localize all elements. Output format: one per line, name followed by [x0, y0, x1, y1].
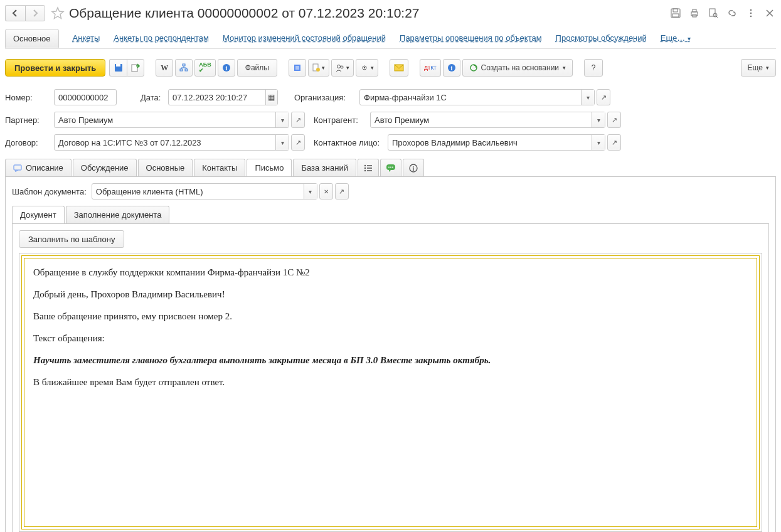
contact-open-button[interactable] [607, 134, 621, 151]
chevron-down-icon[interactable] [275, 135, 289, 150]
gear-dropdown[interactable]: ▾ [356, 59, 378, 77]
template-open-button[interactable] [335, 183, 349, 200]
number-field[interactable] [54, 89, 117, 105]
tab-main[interactable]: Основные [138, 159, 193, 176]
create-based-dropdown[interactable]: Создать на основании ▾ [462, 59, 573, 77]
tab-description-label: Описание [26, 163, 63, 173]
partner-field[interactable] [54, 112, 289, 128]
toolbar-more-dropdown[interactable]: Еще▾ [741, 59, 776, 77]
svg-point-33 [341, 66, 343, 68]
nav-tab-main[interactable]: Основное [5, 29, 59, 48]
tab-info-icon[interactable]: i [403, 159, 424, 176]
svg-rect-4 [693, 9, 696, 12]
svg-line-8 [716, 16, 718, 18]
comment-icon [13, 164, 22, 172]
svg-point-50 [392, 166, 393, 168]
print-icon[interactable] [688, 7, 701, 19]
svg-point-11 [750, 16, 752, 18]
dt-kt-button[interactable]: ДтКт [420, 59, 441, 77]
template-input[interactable] [92, 184, 304, 199]
attach-dropdown[interactable]: ▾ [308, 59, 329, 77]
chevron-down-icon[interactable] [581, 90, 594, 105]
close-icon[interactable] [763, 7, 776, 19]
spellcheck-button[interactable]: АБВ✔ [194, 59, 215, 77]
tab-contacts[interactable]: Контакты [194, 159, 245, 176]
wiki-button[interactable]: W [156, 59, 173, 77]
doc-paragraph: Добрый день, Прохоров Владимир Васильеви… [33, 289, 748, 300]
svg-rect-6 [709, 9, 715, 16]
counterparty-field[interactable] [370, 112, 605, 128]
tab-kb[interactable]: База знаний [293, 159, 356, 176]
counterparty-open-button[interactable] [607, 112, 621, 128]
doc-paragraph: В ближайшее время Вам будет отправлен от… [33, 377, 748, 388]
date-field[interactable] [168, 89, 278, 105]
svg-point-32 [337, 65, 340, 68]
nav-forward-button[interactable] [25, 5, 45, 21]
date-input[interactable] [169, 90, 265, 105]
nav-link-surveys[interactable]: Анкеты [73, 33, 100, 43]
post-and-close-button[interactable]: Провести и закрыть [5, 59, 105, 77]
tab-description[interactable]: Описание [5, 159, 72, 176]
svg-rect-17 [183, 64, 185, 66]
calendar-icon[interactable] [265, 90, 277, 105]
svg-point-9 [750, 9, 752, 11]
list-button[interactable] [289, 59, 306, 77]
tab-list-icon[interactable] [358, 159, 379, 176]
tab-discussion[interactable]: Обсуждение [73, 159, 137, 176]
subtab-fill[interactable]: Заполнение документа [66, 206, 170, 223]
chevron-down-icon[interactable] [592, 135, 605, 150]
tab-chat-icon[interactable] [380, 159, 401, 176]
nav-link-surveys-resp[interactable]: Анкеты по респондентам [114, 33, 209, 43]
chevron-down-icon[interactable] [592, 112, 605, 127]
nav-link-state-monitor[interactable]: Монитор изменений состояний обращений [223, 33, 386, 43]
nav-link-notify-params[interactable]: Параметры оповещения по объектам [400, 33, 542, 43]
files-button[interactable]: Файлы [237, 59, 277, 77]
svg-rect-40 [14, 165, 21, 170]
template-clear-button[interactable] [319, 183, 333, 200]
info2-button[interactable]: i [443, 59, 460, 77]
contract-input[interactable] [55, 135, 275, 150]
nav-more-dropdown[interactable]: Еще… ▾ [661, 33, 691, 43]
info-button[interactable]: i [218, 59, 235, 77]
help-button[interactable]: ? [584, 59, 603, 77]
svg-text:i: i [450, 65, 452, 72]
chevron-down-icon[interactable] [304, 184, 317, 199]
counterparty-input[interactable] [371, 112, 592, 127]
contract-open-button[interactable] [291, 134, 305, 151]
mail-button[interactable] [390, 59, 408, 77]
chevron-down-icon[interactable] [275, 112, 289, 127]
subtab-document[interactable]: Документ [12, 206, 65, 223]
nav-back-button[interactable] [5, 5, 25, 21]
svg-rect-18 [180, 69, 183, 71]
org-open-button[interactable] [597, 89, 610, 105]
svg-point-48 [388, 166, 390, 168]
favorite-star-icon[interactable] [50, 6, 65, 21]
document-editor[interactable]: Обращение в службу поддержки компании Фи… [19, 253, 762, 532]
window-header: Обращение клиента 00000000002 от 07.12.2… [5, 3, 776, 24]
users-dropdown[interactable]: ▾ [331, 59, 354, 77]
contact-field[interactable] [388, 134, 605, 151]
template-field[interactable] [92, 183, 317, 200]
tab-letter[interactable]: Письмо [247, 159, 292, 176]
fill-by-template-button[interactable]: Заполнить по шаблону [19, 230, 124, 248]
label-number: Номер: [5, 93, 54, 102]
partner-input[interactable] [55, 112, 275, 127]
partner-open-button[interactable] [291, 112, 305, 128]
number-input[interactable] [55, 90, 116, 105]
more-vert-icon[interactable] [745, 7, 757, 19]
org-input[interactable] [360, 90, 581, 105]
search-doc-icon[interactable] [707, 7, 720, 19]
svg-text:i: i [413, 165, 415, 172]
nav-link-discussion-views[interactable]: Просмотры обсуждений [556, 33, 647, 43]
post-button[interactable] [127, 59, 144, 77]
contact-input[interactable] [388, 135, 592, 150]
save-button[interactable] [109, 59, 127, 77]
link-icon[interactable] [726, 7, 738, 19]
save-icon[interactable] [669, 7, 682, 19]
svg-point-49 [390, 166, 391, 168]
contract-field[interactable] [54, 134, 289, 151]
command-toolbar: Провести и закрыть W АБВ✔ i Файлы ▾ ▾ ▾ … [5, 55, 776, 80]
org-field[interactable] [359, 89, 595, 105]
structure-button[interactable] [175, 59, 193, 77]
toolbar-more-label: Еще [748, 63, 763, 72]
